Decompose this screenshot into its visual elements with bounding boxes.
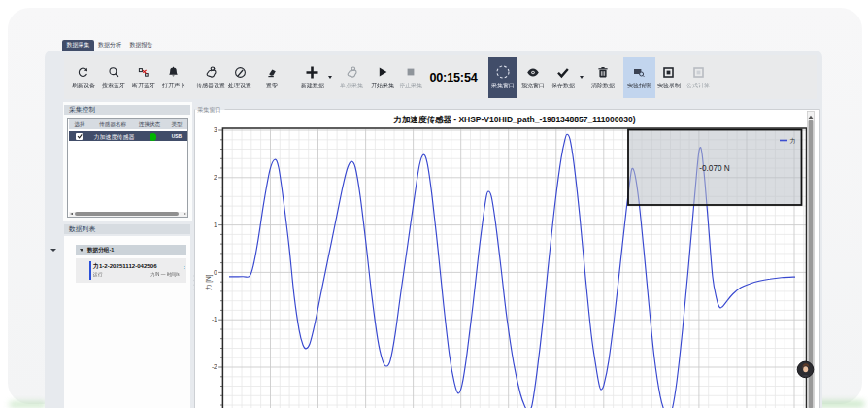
svg-text:-1: -1 [212,316,217,323]
svg-text:力 [N]: 力 [N] [206,274,214,290]
svg-text:3: 3 [214,126,217,133]
svg-text:2: 2 [214,174,217,181]
svg-text:0: 0 [214,269,217,276]
svg-text:力: 力 [790,137,796,144]
svg-text:采集窗口: 采集窗口 [197,106,221,114]
svg-text:1: 1 [214,221,217,228]
svg-text:-2: -2 [212,363,217,370]
svg-text:-0.070 N: -0.070 N [699,164,729,173]
svg-text:力加速度传感器 - XHSP-V10HID_path_-19: 力加速度传感器 - XHSP-V10HID_path_-1981348857_1… [393,115,636,124]
